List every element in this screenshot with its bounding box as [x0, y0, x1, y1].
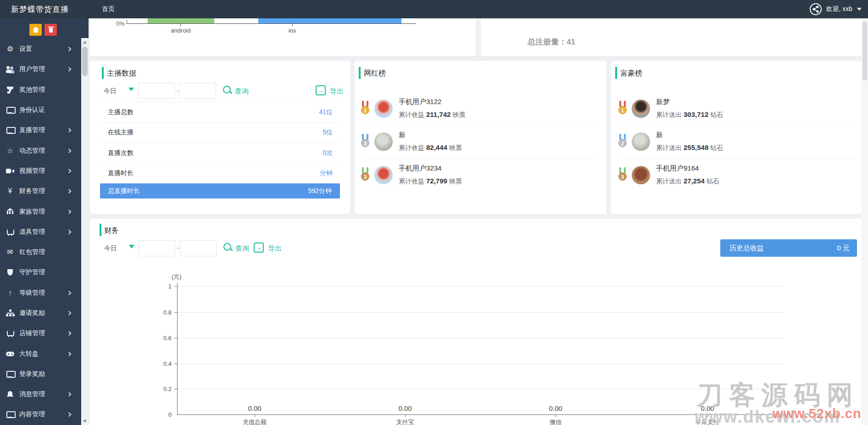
preset-dropdown-caret-icon[interactable] [129, 245, 134, 248]
sidebar-item-users[interactable]: 用户管理 [0, 59, 81, 79]
bar-value-label: 0.00 [528, 404, 583, 412]
users-icon [6, 65, 14, 73]
home-button[interactable] [29, 24, 42, 36]
page-scrollbar-thumb[interactable] [862, 21, 867, 81]
rank-row[interactable]: 1 手机用户3122 累计收益211,742映票 [361, 98, 465, 119]
date-to-input[interactable] [179, 83, 216, 99]
sidebar-item-wheel[interactable]: 大转盘 [0, 343, 81, 364]
sidebar-item-settings[interactable]: ⚙设置 [0, 39, 81, 59]
silver-medal-icon: 2 [618, 134, 627, 149]
avatar[interactable] [632, 166, 650, 184]
avatar[interactable] [374, 166, 393, 184]
sidebar-item-finance[interactable]: ¥财务管理 [0, 181, 81, 201]
star-icon: ☆ [6, 147, 14, 155]
sidebar-item-video[interactable]: 视频管理 [0, 161, 81, 181]
user-avatar-icon[interactable] [809, 3, 822, 16]
query-button[interactable]: 查询 [235, 244, 249, 253]
scroll-up-arrow-icon[interactable] [81, 38, 89, 46]
y-tick-label: 1 [153, 283, 172, 290]
date-preset-label[interactable]: 今日 [104, 87, 117, 95]
gold-medal-icon: 1 [361, 101, 370, 116]
export-icon[interactable]: → [316, 85, 326, 95]
shield-icon [6, 268, 14, 276]
gridline [177, 286, 784, 287]
search-icon[interactable] [223, 243, 233, 253]
platform-axis-line [127, 23, 416, 24]
page-scrollbar[interactable] [862, 18, 868, 425]
avatar[interactable] [374, 99, 393, 118]
sidebar-item-content[interactable]: 内容管理 [0, 404, 81, 425]
sidebar-item-guardian[interactable]: 守护管理 [0, 262, 81, 282]
scroll-down-arrow-icon[interactable] [81, 417, 89, 425]
sidebar-scrollbar[interactable] [81, 38, 89, 425]
rank-row[interactable]: 3 手机用户9164 累计送出27,254钻石 [618, 164, 719, 186]
total-duration-value: 592分钟 [308, 187, 332, 195]
range-dash: - [177, 87, 179, 94]
sidebar-item-invite-reward[interactable]: 邀请奖励 [0, 303, 81, 323]
x-category-label: 支付宝 [378, 418, 433, 425]
rank-row[interactable]: 2 新 累计送出255,548钻石 [618, 131, 723, 152]
rank-user-name: 新 [656, 131, 723, 139]
stat-row: 主播总数41位 [100, 102, 340, 122]
date-from-input[interactable] [138, 83, 175, 99]
export-button[interactable]: 导出 [330, 87, 344, 96]
yen-icon: ¥ [6, 187, 14, 195]
y-tick-label: 0.8 [153, 309, 172, 316]
rank-row[interactable]: 1 新梦 累计送出303,712钻石 [618, 98, 723, 119]
preset-dropdown-caret-icon[interactable] [128, 88, 134, 91]
stat-row: 在线主播5位 [100, 122, 340, 143]
sidebar-item-shop[interactable]: 店铺管理 [0, 323, 81, 343]
bar-value-label: 0.00 [227, 404, 282, 412]
video-icon [6, 167, 14, 175]
bronze-medal-icon: 3 [618, 167, 627, 183]
export-button[interactable]: 导出 [268, 244, 282, 253]
sidebar-item-identity[interactable]: 身份认证 [0, 100, 81, 120]
user-menu-caret-icon[interactable] [857, 8, 862, 11]
date-from-input[interactable] [139, 240, 175, 256]
gold-medal-icon: 1 [618, 101, 627, 116]
platform-axis-zero-label: 0% [111, 20, 125, 27]
rank-user-name: 手机用户9164 [656, 164, 719, 173]
anchor-data-panel: 主播数据 今日 - 查询 → 导出 主播总数41位 在线主播5位 直播次数0次 … [90, 61, 350, 214]
envelope-icon: ✉ [6, 248, 14, 256]
rank-row[interactable]: 2 新 累计收益82,444映票 [361, 131, 462, 152]
x-category-label: 微信 [528, 418, 583, 425]
cart-icon [6, 228, 14, 236]
nav-tab-home[interactable]: 首页 [102, 5, 115, 13]
avatar[interactable] [374, 132, 393, 151]
sidebar-item-props[interactable]: 道具管理 [0, 222, 81, 242]
sidebar-item-moments[interactable]: ☆动态管理 [0, 140, 81, 160]
date-preset-label[interactable]: 今日 [104, 244, 117, 253]
chevron-right-icon [67, 392, 72, 397]
registration-card: 总注册量：41 [481, 18, 862, 56]
history-revenue-button[interactable]: 历史总收益 0 元 [720, 239, 857, 257]
rich-panel-title: 富豪榜 [620, 69, 642, 78]
bell-icon [6, 390, 14, 398]
clear-button[interactable] [45, 24, 57, 36]
rank-row[interactable]: 3 手机用户3234 累计收益72,799映票 [361, 164, 462, 186]
y-tick-label: 0.4 [153, 360, 172, 367]
sidebar-scrollbar-thumb[interactable] [82, 47, 88, 76]
sidebar-item-login-reward[interactable]: 登录奖励 [0, 364, 81, 384]
chevron-right-icon [67, 413, 72, 417]
export-icon[interactable]: → [254, 243, 264, 253]
sidebar-item-family[interactable]: 家族管理 [0, 201, 81, 221]
ios-tick [292, 23, 293, 26]
search-icon[interactable] [223, 85, 233, 95]
sidebar-item-level[interactable]: ↑等级管理 [0, 283, 81, 303]
row-divider [620, 124, 857, 125]
sidebar-item-live[interactable]: 直播管理 [0, 120, 81, 140]
total-registrations-label: 总注册量： [528, 38, 567, 46]
sidebar-item-prize-pool[interactable]: 奖池管理 [0, 80, 81, 100]
panel-accent [359, 67, 361, 79]
sidebar-item-message[interactable]: 消息管理 [0, 384, 81, 404]
query-button[interactable]: 查询 [235, 87, 249, 96]
chevron-right-icon [67, 291, 72, 295]
date-to-input[interactable] [180, 240, 217, 256]
welcome-text[interactable]: 欢迎, xxb [826, 5, 852, 13]
sidebar-item-red-packet[interactable]: ✉红包管理 [0, 242, 81, 262]
avatar[interactable] [632, 132, 650, 151]
avatar[interactable] [632, 99, 650, 118]
y-tick-label: 0.6 [153, 335, 172, 342]
gamepad-icon [6, 350, 14, 358]
